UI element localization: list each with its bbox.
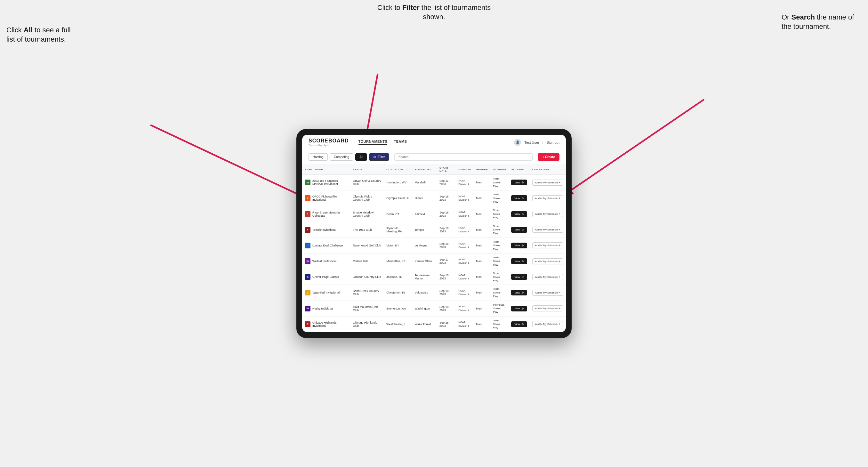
venue-cell: Guyan Golf & Country Club xyxy=(350,175,384,190)
logo-subtitle: Powered by clippd xyxy=(309,144,349,147)
action-cell: View ⊙ xyxy=(508,301,529,316)
gender-cell: Men xyxy=(473,238,490,253)
competing-cell: Add to My Schedule + xyxy=(530,316,566,332)
team-logo: W xyxy=(305,306,310,311)
view-button[interactable]: View ⊙ xyxy=(511,211,527,217)
search-input[interactable] xyxy=(394,153,533,161)
table-row: C Chicago Highlands Invitational Chicago… xyxy=(302,316,566,332)
filter-button[interactable]: ⚙ Filter xyxy=(369,153,389,161)
city-state-cell: Chesterton, IN xyxy=(384,285,412,301)
action-cell: View ⊙ xyxy=(508,285,529,301)
venue-cell: Gold Mountain Golf Club xyxy=(350,301,384,316)
view-button[interactable]: View ⊙ xyxy=(511,306,527,311)
division-cell: NCAADivision I xyxy=(456,206,473,222)
view-button[interactable]: View ⊙ xyxy=(511,243,527,248)
filter-icon: ⚙ xyxy=(373,155,376,159)
col-competing: COMPETING xyxy=(530,164,566,175)
hosting-filter-button[interactable]: Hosting xyxy=(309,153,328,161)
scoring-cell: Team,Stroke Play xyxy=(491,269,509,285)
add-to-schedule-button[interactable]: Add to My Schedule + xyxy=(532,227,563,233)
add-to-schedule-button[interactable]: Add to My Schedule + xyxy=(532,321,563,327)
event-name-cell-3: T Temple Invitational xyxy=(302,222,350,238)
event-name: OFCC Fighting Illini Invitational xyxy=(312,195,348,201)
event-name: Upstate Dual Challenge xyxy=(312,244,343,247)
table-row: U Upstate Dual Challenge Ravenwood Golf … xyxy=(302,238,566,253)
division-cell: NCAADivision I xyxy=(456,253,473,269)
scoring-cell: Team,Stroke Play xyxy=(491,206,509,222)
division-cell: NCAADivision I xyxy=(456,190,473,206)
user-name: Test User xyxy=(524,141,539,144)
action-cell: View ⊙ xyxy=(508,253,529,269)
nav-tab-tournaments[interactable]: TOURNAMENTS xyxy=(359,139,388,145)
nav-tabs: TOURNAMENTS TEAMS xyxy=(359,139,407,145)
hosted-by-cell: Fairfield xyxy=(412,206,437,222)
view-button[interactable]: View ⊙ xyxy=(511,274,527,280)
start-date-cell: Sep 16, 2023 xyxy=(437,206,456,222)
table-header-row: EVENT NAME VENUE CITY, STATE HOSTED BY S… xyxy=(302,164,566,175)
col-scoring: SCORING xyxy=(491,164,509,175)
view-button[interactable]: View ⊙ xyxy=(511,227,527,233)
scoring-cell: Team,Stroke Play xyxy=(491,253,509,269)
add-to-schedule-button[interactable]: Add to My Schedule + xyxy=(532,274,563,280)
hosted-by-cell: Washington xyxy=(412,301,437,316)
division-cell: NCAADivision I xyxy=(456,316,473,332)
view-button[interactable]: View ⊙ xyxy=(511,321,527,327)
annotation-topright: Or Search the name of the tournament. xyxy=(782,13,865,31)
col-actions: ACTIONS xyxy=(508,164,529,175)
venue-cell: Colbert Hills xyxy=(350,253,384,269)
add-to-schedule-button[interactable]: Add to My Schedule + xyxy=(532,242,563,248)
team-logo: F xyxy=(305,211,310,217)
col-start-date: START DATE xyxy=(437,164,456,175)
add-to-schedule-button[interactable]: Add to My Schedule + xyxy=(532,195,563,201)
event-name: Wildcat Invitational xyxy=(312,259,336,263)
svg-line-2 xyxy=(563,99,704,195)
sign-out-link[interactable]: Sign out xyxy=(547,141,559,144)
all-filter-button[interactable]: All xyxy=(355,153,367,161)
table-row: W Husky Individual Gold Mountain Golf Cl… xyxy=(302,301,566,316)
city-state-cell: Olympia Fields, IL xyxy=(384,190,412,206)
hosted-by-cell: Illinois xyxy=(412,190,437,206)
add-to-schedule-button[interactable]: Add to My Schedule + xyxy=(532,290,563,296)
event-name-cell-9: C Chicago Highlands Invitational xyxy=(302,316,350,332)
tablet-screen: SCOREBOARD Powered by clippd TOURNAMENTS… xyxy=(302,135,566,332)
add-to-schedule-button[interactable]: Add to My Schedule + xyxy=(532,180,563,186)
add-to-schedule-button[interactable]: Add to My Schedule + xyxy=(532,211,563,217)
gender-cell: Men xyxy=(473,175,490,190)
nav-tab-teams[interactable]: TEAMS xyxy=(394,139,407,145)
view-button[interactable]: View ⊙ xyxy=(511,258,527,264)
view-button[interactable]: View ⊙ xyxy=(511,195,527,201)
event-name-cell-2: F Ryan T. Lee Memorial Collegiate xyxy=(302,206,350,222)
scoring-cell: Individual,Stroke Play xyxy=(491,301,509,316)
event-name-cell-5: W Wildcat Invitational xyxy=(302,253,350,269)
venue-cell: Olympia Fields Country Club xyxy=(350,190,384,206)
team-logo: T xyxy=(305,227,310,233)
action-cell: View ⊙ xyxy=(508,175,529,190)
table-row: I OFCC Fighting Illini Invitational Olym… xyxy=(302,190,566,206)
start-date-cell: Sep 11, 2023 xyxy=(437,175,456,190)
add-to-schedule-button[interactable]: Add to My Schedule + xyxy=(532,305,563,311)
view-button[interactable]: View ⊙ xyxy=(511,290,527,295)
city-state-cell: Manhattan, KS xyxy=(384,253,412,269)
view-button[interactable]: View ⊙ xyxy=(511,180,527,185)
start-date-cell: Sep 16, 2023 xyxy=(437,238,456,253)
create-button[interactable]: + Create xyxy=(538,153,559,161)
team-logo: V xyxy=(305,290,310,295)
table-row: G Grover Page Classic Jackson Country Cl… xyxy=(302,269,566,285)
competing-cell: Add to My Schedule + xyxy=(530,238,566,253)
gender-cell: Men xyxy=(473,301,490,316)
start-date-cell: Sep 17, 2023 xyxy=(437,253,456,269)
gender-cell: Men xyxy=(473,190,490,206)
tournament-table-container: EVENT NAME VENUE CITY, STATE HOSTED BY S… xyxy=(302,164,566,332)
city-state-cell: Jackson, TN xyxy=(384,269,412,285)
gender-cell: Men xyxy=(473,253,490,269)
hosted-by-cell: Tennessee-Martin xyxy=(412,269,437,285)
hosted-by-cell: Valparaiso xyxy=(412,285,437,301)
col-event-name: EVENT NAME xyxy=(302,164,350,175)
division-cell: NCAADivision I xyxy=(456,222,473,238)
city-state-cell: Berlin, CT xyxy=(384,206,412,222)
division-cell: NCAADivision I xyxy=(456,301,473,316)
competing-cell: Add to My Schedule + xyxy=(530,190,566,206)
add-to-schedule-button[interactable]: Add to My Schedule + xyxy=(532,258,563,264)
competing-filter-button[interactable]: Competing xyxy=(330,153,353,161)
team-logo: W xyxy=(305,258,310,264)
